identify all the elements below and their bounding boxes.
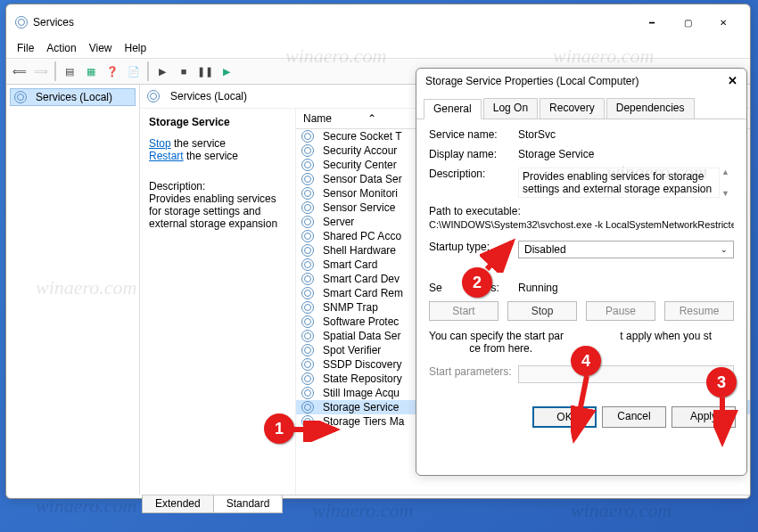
list-item-label: Spatial Data Ser bbox=[323, 330, 400, 342]
pause-button[interactable]: ❚❚ bbox=[195, 61, 215, 81]
list-item-label: Smart Card Rem bbox=[323, 287, 403, 299]
label-startup: Startup type: bbox=[429, 241, 518, 258]
forward-button[interactable]: ⟹ bbox=[31, 61, 51, 81]
label-display-name: Display name: bbox=[429, 148, 518, 160]
list-item-label: Storage Service bbox=[323, 401, 399, 413]
toolbar-button[interactable]: 📄 bbox=[124, 61, 144, 81]
gear-icon bbox=[301, 159, 314, 171]
gear-icon bbox=[301, 401, 314, 413]
gear-icon bbox=[15, 16, 28, 29]
scroll-down-icon[interactable]: ▼ bbox=[721, 189, 734, 198]
tab-general[interactable]: General bbox=[424, 99, 482, 119]
menubar: File Action View Help bbox=[6, 40, 750, 58]
menu-action[interactable]: Action bbox=[46, 42, 76, 54]
list-item-label: Still Image Acqu bbox=[323, 387, 400, 399]
gear-icon bbox=[301, 415, 314, 428]
gear-icon bbox=[301, 330, 314, 342]
close-button[interactable]: ✕ bbox=[705, 10, 741, 35]
pause-button[interactable]: Pause bbox=[586, 301, 655, 321]
dialog-tabs: General Log On Recovery Dependencies bbox=[416, 93, 746, 119]
description-text: Provides enabling services for storage s… bbox=[149, 192, 286, 230]
scroll-up-icon[interactable]: ▲ bbox=[721, 168, 734, 176]
list-item-label: Sensor Service bbox=[323, 201, 395, 214]
start-button[interactable]: Start bbox=[429, 301, 498, 321]
tree-pane: Services (Local) bbox=[6, 85, 140, 495]
resume-button[interactable]: Resume bbox=[664, 301, 734, 321]
stop-button[interactable]: Stop bbox=[507, 301, 577, 321]
apply-button[interactable]: Apply bbox=[671, 406, 736, 428]
list-item-label: Security Center bbox=[323, 159, 397, 171]
start-parameters-input[interactable] bbox=[518, 365, 734, 383]
gear-icon bbox=[301, 173, 314, 185]
label-path: Path to executable: bbox=[429, 205, 734, 217]
stop-button[interactable]: ■ bbox=[174, 61, 194, 81]
gear-icon bbox=[301, 287, 314, 299]
tab-recovery[interactable]: Recovery bbox=[540, 98, 605, 119]
list-item-label: Secure Socket T bbox=[323, 130, 402, 143]
dialog-titlebar[interactable]: Storage Service Properties (Local Comput… bbox=[416, 69, 746, 93]
tab-standard[interactable]: Standard bbox=[213, 495, 284, 513]
restart-button[interactable]: ▶ bbox=[217, 61, 236, 81]
gear-icon bbox=[14, 91, 27, 103]
value-description: Provides enabling services for storage s… bbox=[518, 168, 720, 198]
menu-file[interactable]: File bbox=[17, 42, 34, 54]
toolbar-button[interactable]: ▤ bbox=[60, 61, 79, 81]
chevron-down-icon: ⌄ bbox=[721, 245, 728, 254]
toolbar-button[interactable]: ▦ bbox=[81, 61, 101, 81]
gear-icon bbox=[301, 216, 314, 228]
cancel-button[interactable]: Cancel bbox=[602, 406, 666, 428]
startup-value: Disabled bbox=[524, 243, 566, 256]
description-label: Description: bbox=[149, 180, 286, 192]
callout-2: 2 bbox=[462, 267, 492, 298]
gear-icon bbox=[301, 358, 314, 371]
bottom-tabs: Extended Standard bbox=[142, 495, 750, 515]
gear-icon bbox=[301, 387, 314, 399]
stop-link[interactable]: Stop bbox=[149, 137, 171, 150]
list-item-label: Shared PC Acco bbox=[323, 230, 401, 242]
gear-icon bbox=[301, 201, 314, 214]
sort-icon: ⌃ bbox=[367, 112, 376, 125]
window-title: Services bbox=[33, 16, 634, 29]
maximize-button[interactable]: ▢ bbox=[670, 10, 705, 35]
label-service-name: Service name: bbox=[429, 128, 518, 141]
gear-icon bbox=[301, 230, 314, 242]
titlebar[interactable]: Services ━ ▢ ✕ bbox=[6, 4, 750, 40]
toolbar-button[interactable]: ❓ bbox=[103, 61, 122, 81]
value-status: Running bbox=[518, 282, 734, 294]
gear-icon bbox=[301, 301, 314, 314]
col-name: Name bbox=[303, 112, 332, 125]
tree-root[interactable]: Services (Local) bbox=[10, 88, 136, 106]
restart-link[interactable]: Restart bbox=[149, 150, 184, 162]
list-item-label: Smart Card Dev bbox=[323, 273, 400, 285]
play-button[interactable]: ▶ bbox=[152, 61, 172, 81]
menu-view[interactable]: View bbox=[89, 42, 112, 54]
gear-icon bbox=[301, 244, 314, 257]
list-item-label: State Repository bbox=[323, 372, 402, 385]
tab-extended[interactable]: Extended bbox=[142, 495, 214, 513]
label-params: Start parameters: bbox=[429, 365, 518, 383]
list-item-label: Smart Card bbox=[323, 258, 377, 271]
callout-3: 3 bbox=[706, 367, 737, 397]
tab-dependencies[interactable]: Dependencies bbox=[606, 98, 695, 119]
gear-icon bbox=[301, 344, 314, 356]
list-item-label: Server bbox=[323, 216, 354, 228]
startup-type-select[interactable]: Disabled ⌄ bbox=[518, 241, 734, 258]
menu-help[interactable]: Help bbox=[125, 42, 147, 54]
gear-icon bbox=[301, 187, 314, 200]
ok-button[interactable]: OK bbox=[532, 406, 597, 428]
gear-icon bbox=[301, 258, 314, 271]
selected-service-name: Storage Service bbox=[149, 116, 286, 128]
tree-root-label: Services (Local) bbox=[36, 91, 112, 103]
tab-logon[interactable]: Log On bbox=[483, 98, 538, 119]
dialog-title: Storage Service Properties (Local Comput… bbox=[425, 75, 728, 87]
list-item-label: Sensor Monitori bbox=[323, 187, 398, 200]
list-item-label: Security Accour bbox=[323, 144, 397, 157]
list-item-label: SNMP Trap bbox=[323, 301, 378, 314]
back-button[interactable]: ⟸ bbox=[10, 61, 29, 81]
minimize-button[interactable]: ━ bbox=[634, 10, 670, 35]
dialog-close-button[interactable]: ✕ bbox=[728, 74, 737, 87]
label-description: Description: bbox=[429, 168, 518, 198]
list-item-label: Software Protec bbox=[323, 315, 399, 328]
gear-icon bbox=[301, 130, 314, 143]
list-item-label: Spot Verifier bbox=[323, 344, 381, 356]
